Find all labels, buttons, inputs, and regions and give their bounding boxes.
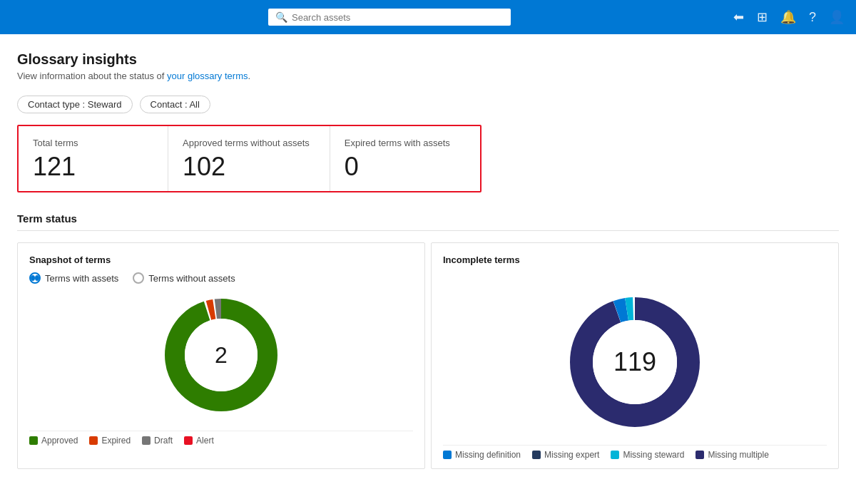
snapshot-title: Snapshot of terms [29, 254, 413, 265]
filter-row: Contact type : Steward Contact : All [17, 96, 839, 113]
legend-alert: Alert [184, 436, 214, 446]
radio-terms-without-assets[interactable]: Terms without assets [133, 272, 235, 284]
bell-icon[interactable]: 🔔 [780, 9, 796, 25]
legend-draft: Draft [142, 436, 173, 446]
stat-card-expired-with-assets: Expired terms with assets 0 [330, 126, 480, 191]
stat-card-approved-no-assets: Approved terms without assets 102 [168, 126, 330, 191]
legend-dot-missing-steward [611, 451, 619, 459]
legend-missing-expert: Missing expert [532, 450, 599, 460]
radio-label-with-assets: Terms with assets [45, 273, 118, 284]
radio-terms-with-assets[interactable]: Terms with assets [29, 272, 118, 284]
stat-value-expired-with-assets: 0 [345, 154, 460, 180]
radio-label-without-assets: Terms without assets [148, 273, 235, 284]
legend-dot-missing-definition [443, 451, 452, 459]
legend-label-missing-expert: Missing expert [544, 450, 599, 460]
search-bar[interactable]: 🔍 [268, 9, 511, 26]
grid-icon[interactable]: ⊞ [757, 9, 768, 25]
stat-label-approved-no-assets: Approved terms without assets [183, 138, 310, 148]
stat-value-approved-no-assets: 102 [183, 154, 310, 180]
filter-contact-type[interactable]: Contact type : Steward [17, 96, 133, 113]
legend-label-missing-multiple: Missing multiple [708, 450, 768, 460]
snapshot-chart-area: 2 [29, 291, 413, 419]
incomplete-donut-value: 119 [613, 347, 656, 377]
glossary-terms-link[interactable]: your glossary terms [167, 71, 248, 81]
stat-label-total-terms: Total terms [33, 138, 148, 148]
legend-label-alert: Alert [196, 436, 214, 446]
legend-missing-steward: Missing steward [611, 450, 684, 460]
legend-dot-expired [89, 436, 98, 445]
incomplete-title: Incomplete terms [443, 254, 827, 265]
incomplete-donut: 119 [564, 291, 706, 433]
legend-dot-missing-multiple [696, 451, 704, 459]
radio-circle-with-assets [29, 272, 41, 284]
legend-label-missing-steward: Missing steward [623, 450, 684, 460]
main-content: Glossary insights View information about… [0, 34, 856, 504]
stat-card-total-terms: Total terms 121 [19, 126, 168, 191]
legend-dot-missing-expert [532, 451, 541, 459]
charts-row: Snapshot of terms Terms with assets Term… [17, 242, 839, 469]
term-status-section: Term status Snapshot of terms Terms with… [17, 212, 839, 469]
filter-contact[interactable]: Contact : All [140, 96, 210, 113]
legend-label-approved: Approved [41, 436, 78, 446]
legend-missing-definition: Missing definition [443, 450, 521, 460]
legend-label-draft: Draft [154, 436, 173, 446]
radio-circle-without-assets [133, 272, 144, 284]
nav-icons: ⬅ ⊞ 🔔 ? 👤 [733, 9, 845, 25]
term-status-title: Term status [17, 212, 839, 231]
legend-dot-alert [184, 436, 193, 445]
snapshot-panel: Snapshot of terms Terms with assets Term… [17, 242, 425, 469]
snapshot-legend: Approved Expired Draft Alert [29, 431, 413, 446]
stat-label-expired-with-assets: Expired terms with assets [345, 138, 460, 148]
legend-approved: Approved [29, 436, 78, 446]
page-subtitle: View information about the status of you… [17, 71, 839, 81]
legend-label-expired: Expired [101, 436, 131, 446]
back-icon[interactable]: ⬅ [733, 9, 744, 25]
legend-missing-multiple: Missing multiple [696, 450, 768, 460]
user-icon[interactable]: 👤 [829, 9, 845, 25]
stat-value-total-terms: 121 [33, 154, 148, 180]
incomplete-legend: Missing definition Missing expert Missin… [443, 445, 827, 460]
stat-cards-container: Total terms 121 Approved terms without a… [17, 125, 482, 192]
search-icon: 🔍 [275, 11, 287, 23]
snapshot-donut: 2 [157, 291, 285, 419]
legend-expired: Expired [89, 436, 131, 446]
legend-dot-approved [29, 436, 38, 445]
incomplete-panel: Incomplete terms 119 [431, 242, 839, 469]
snapshot-radio-group: Terms with assets Terms without assets [29, 272, 413, 284]
help-icon[interactable]: ? [809, 10, 816, 25]
incomplete-chart-area: 119 [443, 291, 827, 433]
legend-dot-draft [142, 436, 151, 445]
top-navigation: 🔍 ⬅ ⊞ 🔔 ? 👤 [0, 0, 856, 34]
search-input[interactable] [292, 12, 504, 23]
page-title: Glossary insights [17, 51, 839, 68]
legend-label-missing-definition: Missing definition [455, 450, 521, 460]
snapshot-donut-value: 2 [215, 342, 228, 369]
